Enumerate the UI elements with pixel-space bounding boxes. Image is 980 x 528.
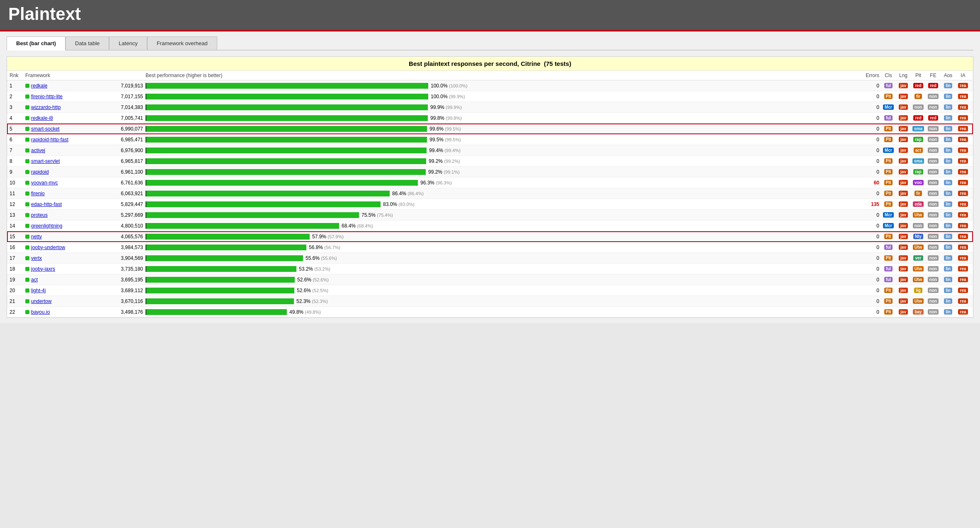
bar-fill [146,288,294,293]
framework-name[interactable]: smart-socket [31,126,60,132]
table-row: 8 smart-servlet 6,965,817 99.2% (99.2%) … [7,156,973,167]
tab-data-table[interactable]: Data table [65,36,109,50]
framework-name[interactable]: greenlightning [31,223,62,229]
rank-cell: 15 [10,234,25,240]
framework-name[interactable]: smart-servlet [31,158,60,164]
bar-cell: 100.0% (99.9%) [146,93,860,100]
rank-cell: 22 [10,309,25,315]
bar-fill [146,137,427,143]
framework-name[interactable]: netty [31,234,42,240]
tab-bar: Best (bar chart) Data table Latency Fram… [7,36,973,51]
bar-cell: 57.9% (57.9%) [146,233,860,240]
table-row: 13 proteus 5,297,669 75.5% (75.4%) 0 Mcr… [7,210,973,220]
framework-name[interactable]: jooby-undertow [31,245,65,250]
framework-name[interactable]: undertow [31,298,51,304]
table-row: 17 vertx 3,904,569 55.6% (55.6%) 0 Plt j… [7,253,973,264]
framework-name[interactable]: redkale-i8 [31,115,53,121]
ia-cell: rea [956,266,970,272]
col-header-ia: IA [956,73,970,78]
aos-cell: lin [941,233,956,240]
framework-name[interactable]: rapidoid [31,169,49,175]
tab-framework-overhead[interactable]: Framework overhead [147,36,217,50]
framework-name[interactable]: edap-http-fast [31,201,62,207]
framework-name[interactable]: firenio-http-lite [31,94,63,99]
rank-cell: 1 [10,83,25,89]
rank-cell: 19 [10,277,25,283]
lng-cell: jav [896,136,911,143]
errors-cell: 135 [860,201,881,207]
errors-cell: 0 [860,137,881,143]
table-row: 15 netty 4,065,576 57.9% (57.9%) 0 Plt j… [7,231,973,242]
errors-cell: 0 [860,309,881,315]
fe-cell: non [926,233,941,240]
cls-cell: Mcr [881,104,896,110]
framework-name[interactable]: bayou.io [31,309,50,315]
plt-cell: sma [911,158,926,164]
bar-cell: 99.6% (99.5%) [146,126,860,132]
framework-name[interactable]: voovan-mvc [31,180,58,186]
errors-cell: 0 [860,94,881,99]
fe-cell: non [926,136,941,143]
aos-cell: lin [941,158,956,164]
framework-name[interactable]: jooby-jaxrs [31,266,55,272]
lng-cell: jav [896,298,911,304]
value-cell: 6,961,100 [108,169,146,175]
framework-dot [25,267,29,271]
lng-cell: jav [896,266,911,272]
bar-pct: 96.3% (96.3%) [420,180,452,186]
bar-pct-secondary: (99.8%) [446,116,462,121]
fe-cell: non [926,223,941,229]
lng-cell: jav [896,201,911,207]
bar-cell: 55.6% (55.6%) [146,255,860,262]
rank-cell: 17 [10,255,25,261]
bar-fill [146,169,426,175]
framework-name[interactable]: redkale [31,83,47,89]
bar-pct-secondary: (75.4%) [377,213,393,218]
framework-name[interactable]: activej [31,148,45,153]
framework-name[interactable]: proteus [31,212,48,218]
chart-container: Best plaintext responses per second, Cit… [7,56,973,318]
fe-cell: non [926,104,941,110]
ia-cell: rea [956,244,970,250]
table-row: 5 smart-socket 6,990,077 99.6% (99.5%) 0… [7,124,973,134]
column-headers: Rnk Framework Best performance (higher i… [7,71,973,80]
cls-cell: Plt [881,179,896,186]
framework-name[interactable]: wizzardo-http [31,104,61,110]
errors-cell: 0 [860,234,881,240]
lng-cell: jav [896,276,911,283]
bar-cell: 96.3% (96.3%) [146,179,860,186]
framework-name[interactable]: act [31,277,38,283]
aos-cell: lin [941,212,956,218]
tab-best-bar[interactable]: Best (bar chart) [7,36,65,51]
framework-cell: greenlightning [25,223,108,229]
bar-cell: 99.5% (99.5%) [146,136,860,143]
fe-cell: non [926,201,941,207]
main-content: Best (bar chart) Data table Latency Fram… [0,31,980,323]
lng-cell: jav [896,126,911,132]
ia-cell: rea [956,93,970,99]
plt-cell: eda [911,201,926,207]
value-cell: 3,670,116 [108,298,146,304]
bar-pct-secondary: (99.5%) [445,137,461,142]
bar-pct: 99.9% (99.9%) [430,104,462,110]
bar-pct: 83.0% (83.0%) [383,201,415,207]
bar-pct: 52.6% (52.6%) [297,277,329,283]
ia-cell: rea [956,309,970,315]
value-cell: 6,976,900 [108,148,146,153]
framework-name[interactable]: vertx [31,255,42,261]
ia-cell: rea [956,126,970,132]
bar-cell: 52.3% (52.3%) [146,298,860,305]
framework-dot [25,278,29,282]
bar-fill [146,115,428,121]
framework-name[interactable]: rapidoid-http-fast [31,137,68,143]
framework-name[interactable]: light-4j [31,288,46,293]
framework-name[interactable]: firenio [31,191,45,196]
table-row: 9 rapidoid 6,961,100 99.2% (99.1%) 0 Plt… [7,167,973,177]
fe-cell: non [926,255,941,261]
aos-cell: lin [941,126,956,132]
cls-cell: Plt [881,136,896,143]
tab-latency[interactable]: Latency [109,36,147,50]
aos-cell: lin [941,93,956,99]
aos-cell: lin [941,169,956,175]
lng-cell: jav [896,104,911,110]
